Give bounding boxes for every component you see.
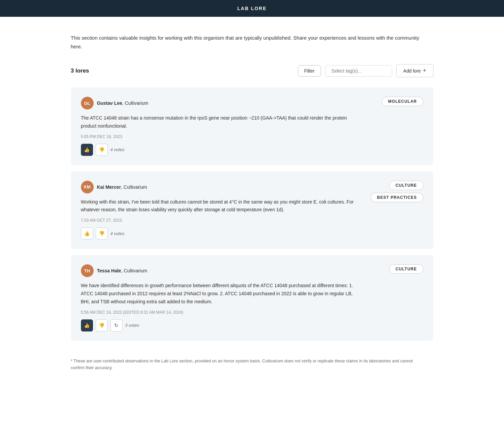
user-row: GL Gustav Lee, Cultivarium <box>81 97 360 109</box>
vote-count: 3 votes <box>125 323 139 328</box>
add-lore-button[interactable]: Add lore + <box>396 64 433 77</box>
refresh-button[interactable]: ↻ <box>110 319 123 332</box>
user-row: TH Tessa Hale, Cultivarium <box>81 264 360 277</box>
add-lore-label: Add lore <box>403 68 421 74</box>
card-timestamp: 7:33 AM OCT 27, 2023 <box>81 218 360 223</box>
card-actions: 👍 👎 ↻ 3 votes <box>81 319 360 332</box>
avatar: KM <box>81 181 94 193</box>
lore-card: KM Kai Mercer, Cultivarium Working with … <box>71 171 433 249</box>
user-row: KM Kai Mercer, Cultivarium <box>81 181 360 193</box>
card-actions: 👍 👎 4 votes <box>81 144 360 156</box>
card-tags: MOLECULAR <box>370 97 423 106</box>
filter-button[interactable]: Filter <box>298 65 321 77</box>
user-name: Kai Mercer <box>97 184 121 190</box>
user-name: Tessa Hale <box>97 268 121 273</box>
user-org: , Cultivarium <box>122 100 148 106</box>
card-body: The ATCC 14048 strain has a nonsense mut… <box>81 114 360 130</box>
footer-disclaimer: * These are user-contributed observation… <box>71 358 427 371</box>
vote-count: 4 votes <box>110 231 125 236</box>
thumbs-up-button[interactable]: 👍 <box>81 227 93 239</box>
tag-badge: BEST PRACTICES <box>371 193 423 202</box>
thumbs-down-icon: 👎 <box>99 323 104 328</box>
thumbs-down-button[interactable]: 👎 <box>96 144 108 156</box>
user-org: , Cultivarium <box>121 268 147 273</box>
controls-row: 3 lores Filter Add lore + <box>71 64 433 77</box>
thumbs-down-icon: 👎 <box>99 231 104 236</box>
card-body: Working with this strain, I've been told… <box>81 198 360 214</box>
lores-count: 3 lores <box>71 68 89 74</box>
avatar: GL <box>81 97 94 109</box>
thumbs-up-button[interactable]: 👍 <box>81 144 93 156</box>
card-tags: CULTURE <box>370 264 423 274</box>
card-timestamp: 5:05 PM DEC 18, 2023 <box>81 134 360 139</box>
card-left: KM Kai Mercer, Cultivarium Working with … <box>81 181 360 240</box>
controls-right: Filter Add lore + <box>298 64 433 77</box>
thumbs-down-button[interactable]: 👎 <box>96 319 108 332</box>
user-info: Gustav Lee, Cultivarium <box>97 100 148 106</box>
thumbs-up-button[interactable]: 👍 <box>81 319 93 332</box>
section-description: This section contains valuable insights … <box>71 34 427 51</box>
thumbs-up-icon: 👍 <box>84 323 90 328</box>
tag-badge: CULTURE <box>389 181 423 190</box>
card-left: TH Tessa Hale, Cultivarium We have ident… <box>81 264 360 331</box>
lore-card: TH Tessa Hale, Cultivarium We have ident… <box>71 255 433 341</box>
user-info: Tessa Hale, Cultivarium <box>97 268 147 273</box>
tag-select-input[interactable] <box>325 65 392 77</box>
lores-container: GL Gustav Lee, Cultivarium The ATCC 1404… <box>71 87 433 341</box>
lore-card: GL Gustav Lee, Cultivarium The ATCC 1404… <box>71 87 433 165</box>
card-actions: 👍 👎 4 votes <box>81 227 360 239</box>
user-org: , Cultivarium <box>121 184 147 190</box>
thumbs-up-icon: 👍 <box>84 231 90 236</box>
card-tags: CULTUREBEST PRACTICES <box>370 181 423 202</box>
site-title: LAB LORE <box>237 6 267 11</box>
site-header: LAB LORE <box>0 0 504 17</box>
tag-badge: MOLECULAR <box>382 97 423 106</box>
vote-count: 4 votes <box>110 147 125 152</box>
plus-icon: + <box>423 67 426 74</box>
tag-badge: CULTURE <box>389 264 423 274</box>
thumbs-down-button[interactable]: 👎 <box>96 227 108 239</box>
main-content: This section contains valuable insights … <box>57 17 447 391</box>
card-body: We have identified differences in growth… <box>81 282 360 306</box>
user-name: Gustav Lee <box>97 100 122 106</box>
card-timestamp: 5:56 AM DEC 19, 2023 (EDITED 8:31 AM MAR… <box>81 310 360 315</box>
user-info: Kai Mercer, Cultivarium <box>97 184 147 190</box>
avatar: TH <box>81 264 94 277</box>
card-left: GL Gustav Lee, Cultivarium The ATCC 1404… <box>81 97 360 156</box>
thumbs-down-icon: 👎 <box>99 147 104 152</box>
thumbs-up-icon: 👍 <box>84 147 90 152</box>
